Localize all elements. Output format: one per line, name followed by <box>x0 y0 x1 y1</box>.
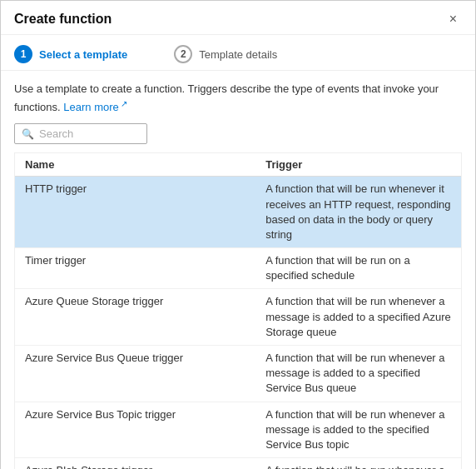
row-name-1: Timer trigger <box>15 248 255 289</box>
table-row[interactable]: Timer triggerA function that will be run… <box>15 248 461 289</box>
table-row[interactable]: Azure Service Bus Queue triggerA functio… <box>15 346 461 402</box>
search-box: 🔍 <box>14 123 147 144</box>
row-trigger-0: A function that will be run whenever it … <box>255 177 461 248</box>
dialog-header: Create function × <box>1 1 475 35</box>
row-name-4: Azure Service Bus Topic trigger <box>15 402 255 458</box>
column-name-header: Name <box>15 153 255 177</box>
step-2[interactable]: 2 Template details <box>174 45 277 63</box>
column-trigger-header: Trigger <box>255 153 461 177</box>
row-trigger-1: A function that will be run on a specifi… <box>255 248 461 289</box>
close-button[interactable]: × <box>444 11 462 27</box>
row-trigger-4: A function that will be run whenever a m… <box>255 402 461 458</box>
row-name-2: Azure Queue Storage trigger <box>15 289 255 346</box>
search-icon: 🔍 <box>22 128 34 140</box>
step-2-label: Template details <box>199 48 277 61</box>
dialog-title: Create function <box>14 12 112 27</box>
row-trigger-5: A function that will be run whenever a b… <box>255 458 461 469</box>
description-text: Use a template to create a function. Tri… <box>14 81 462 115</box>
step-1-label: Select a template <box>39 48 127 61</box>
row-name-3: Azure Service Bus Queue trigger <box>15 346 255 402</box>
row-name-5: Azure Blob Storage trigger <box>15 458 255 469</box>
table-row[interactable]: Azure Blob Storage triggerA function tha… <box>15 458 461 469</box>
steps-bar: 1 Select a template 2 Template details <box>1 35 475 71</box>
row-trigger-3: A function that will be run whenever a m… <box>255 346 461 402</box>
step-1[interactable]: 1 Select a template <box>14 45 127 63</box>
create-function-dialog: Create function × 1 Select a template 2 … <box>0 0 476 469</box>
step-1-circle: 1 <box>14 45 32 63</box>
row-name-0: HTTP trigger <box>15 177 255 248</box>
learn-more-link[interactable]: Learn more↗ <box>63 101 126 113</box>
table-row[interactable]: HTTP triggerA function that will be run … <box>15 177 461 248</box>
search-input[interactable] <box>39 127 140 140</box>
external-link-icon: ↗ <box>121 97 127 110</box>
table-header-row: Name Trigger <box>15 153 461 177</box>
template-table: Name Trigger HTTP triggerA function that… <box>14 152 462 469</box>
table-row[interactable]: Azure Service Bus Topic triggerA functio… <box>15 402 461 458</box>
table-row[interactable]: Azure Queue Storage triggerA function th… <box>15 289 461 346</box>
row-trigger-2: A function that will be run whenever a m… <box>255 289 461 346</box>
content-area: Use a template to create a function. Tri… <box>1 71 475 469</box>
step-2-circle: 2 <box>174 45 192 63</box>
